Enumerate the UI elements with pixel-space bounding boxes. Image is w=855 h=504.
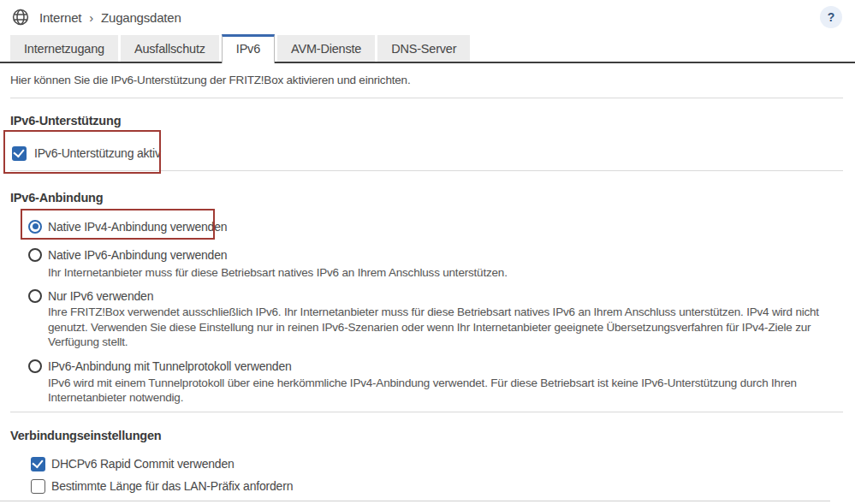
- only-ipv6-radio-label[interactable]: Nur IPv6 verwenden: [48, 289, 153, 303]
- content-area: Hier können Sie die IPv6-Unterstützung d…: [0, 73, 855, 504]
- native-ipv4-radio[interactable]: [28, 220, 42, 234]
- tunnel-description: IPv6 wird mit einem Tunnelprotokoll über…: [48, 376, 843, 406]
- section-title-ipv6-connection: IPv6-Anbindung: [10, 192, 843, 205]
- ipv6-active-checkbox-row[interactable]: IPv6-Unterstützung aktiv: [12, 145, 843, 161]
- tab-dns-server[interactable]: DNS-Server: [377, 35, 470, 62]
- only-ipv6-radio[interactable]: [28, 289, 42, 303]
- tab-ipv6[interactable]: IPv6: [222, 34, 275, 63]
- section-title-connection-settings: Verbindungseinstellungen: [10, 430, 843, 442]
- help-button[interactable]: ?: [820, 6, 842, 28]
- lan-prefix-length-checkbox[interactable]: [31, 479, 45, 494]
- breadcrumb-internet[interactable]: Internet: [39, 10, 81, 25]
- globe-icon: [12, 9, 29, 26]
- native-ipv4-radio-label[interactable]: Native IPv4-Anbindung verwenden: [48, 220, 227, 234]
- dhcpv6-rapid-commit-checkbox[interactable]: [31, 457, 45, 471]
- tab-internetzugang[interactable]: Internetzugang: [10, 35, 118, 62]
- section-connection-settings: Verbindungseinstellungen DHCPv6 Rapid Co…: [10, 430, 843, 504]
- radio-row-native-ipv6[interactable]: Native IPv6-Anbindung verwenden: [28, 247, 843, 262]
- lan-prefix-length-row[interactable]: Bestimmte Länge für das LAN-Präfix anfor…: [31, 478, 843, 494]
- divider: [10, 170, 843, 171]
- lan-prefix-length-label[interactable]: Bestimmte Länge für das LAN-Präfix anfor…: [51, 479, 293, 493]
- native-ipv6-radio-label[interactable]: Native IPv6-Anbindung verwenden: [48, 248, 227, 262]
- breadcrumb-separator-icon: ›: [89, 10, 93, 25]
- radio-row-tunnel[interactable]: IPv6-Anbindung mit Tunnelprotokoll verwe…: [28, 359, 843, 374]
- tab-ausfallschutz[interactable]: Ausfallschutz: [121, 35, 219, 62]
- ipv6-active-checkbox-label[interactable]: IPv6-Unterstützung aktiv: [34, 146, 161, 160]
- section-ipv6-connection: IPv6-Anbindung Native IPv4-Anbindung ver…: [10, 192, 843, 405]
- radio-row-only-ipv6[interactable]: Nur IPv6 verwenden: [28, 288, 843, 303]
- breadcrumb-zugangsdaten[interactable]: Zugangsdaten: [101, 10, 181, 25]
- dhcpv6-rapid-commit-label[interactable]: DHCPv6 Rapid Commit verwenden: [51, 457, 235, 471]
- section-ipv6-support: IPv6-Unterstützung IPv6-Unterstützung ak…: [10, 115, 843, 161]
- ipv6-active-checkbox[interactable]: [12, 146, 27, 161]
- section-title-ipv6-support: IPv6-Unterstützung: [10, 115, 843, 127]
- tunnel-radio[interactable]: [28, 359, 42, 373]
- breadcrumb-bar: Internet › Zugangsdaten ?: [0, 0, 855, 34]
- only-ipv6-description: Ihre FRITZ!Box verwendet ausschließlich …: [48, 305, 843, 349]
- tab-bar: Internetzugang Ausfallschutz IPv6 AVM-Di…: [0, 34, 855, 63]
- fritzbox-settings-page: Internet › Zugangsdaten ? Internetzugang…: [0, 0, 855, 504]
- tunnel-radio-label[interactable]: IPv6-Anbindung mit Tunnelprotokoll verwe…: [48, 359, 292, 373]
- intro-text: Hier können Sie die IPv6-Unterstützung d…: [10, 73, 843, 87]
- divider: [10, 412, 843, 412]
- radio-row-native-ipv4[interactable]: Native IPv4-Anbindung verwenden: [28, 219, 843, 234]
- native-ipv6-radio[interactable]: [28, 248, 42, 262]
- divider: [10, 98, 843, 98]
- native-ipv6-description: Ihr Internetanbieter muss für diese Betr…: [48, 265, 843, 280]
- dhcpv6-rapid-commit-row[interactable]: DHCPv6 Rapid Commit verwenden: [31, 456, 843, 471]
- divider: [0, 501, 830, 501]
- breadcrumb: Internet › Zugangsdaten: [39, 10, 181, 25]
- tab-avm-dienste[interactable]: AVM-Dienste: [277, 35, 375, 62]
